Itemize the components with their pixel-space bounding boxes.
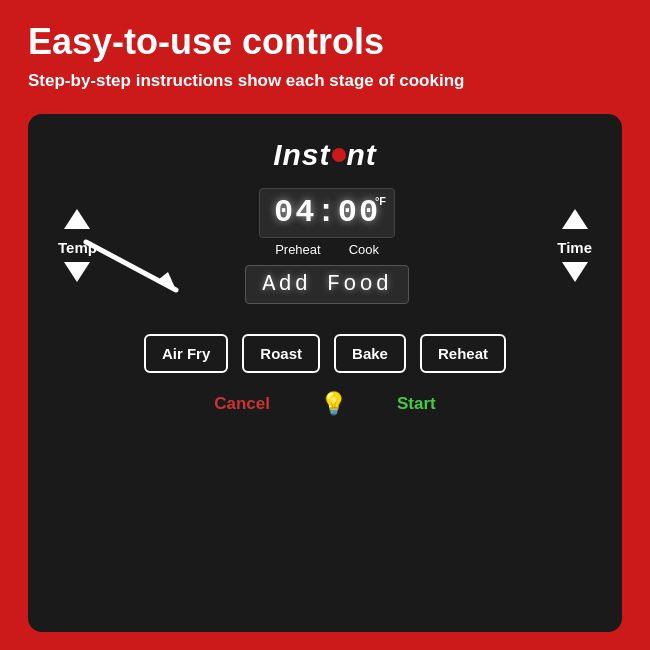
page-title: Easy-to-use controls [28, 22, 622, 62]
temp-unit: °F [375, 195, 386, 207]
start-button[interactable]: Start [397, 394, 436, 414]
temp-section: Temp [58, 209, 97, 282]
cancel-button[interactable]: Cancel [214, 394, 270, 414]
temp-label: Temp [58, 239, 97, 256]
reheat-button[interactable]: Reheat [420, 334, 506, 373]
page-subtitle: Step-by-step instructions show each stag… [28, 70, 622, 92]
bottom-controls: Cancel 💡 Start [214, 391, 435, 417]
control-panel: Instnt Temp 04:00 °F Preheat [28, 114, 622, 632]
page-container: Easy-to-use controls Step-by-step instru… [0, 0, 650, 650]
stage-labels: Preheat Cook [275, 242, 379, 257]
logo-circle [332, 148, 346, 162]
function-buttons-row: Air Fry Roast Bake Reheat [144, 334, 506, 373]
roast-button[interactable]: Roast [242, 334, 320, 373]
air-fry-button[interactable]: Air Fry [144, 334, 228, 373]
time-digits: 04:00 [274, 197, 380, 229]
add-food-display: Add Food [245, 265, 409, 304]
light-icon[interactable]: 💡 [320, 391, 347, 417]
add-food-text: Add Food [262, 272, 392, 297]
temp-down-button[interactable] [64, 262, 90, 282]
bake-button[interactable]: Bake [334, 334, 406, 373]
display-section: 04:00 °F Preheat Cook Add Food [245, 188, 409, 304]
svg-line-0 [86, 242, 176, 290]
preheat-label: Preheat [275, 242, 321, 257]
time-down-button[interactable] [562, 262, 588, 282]
time-display-box: 04:00 °F [259, 188, 395, 238]
cook-label: Cook [349, 242, 379, 257]
instant-logo: Instnt [273, 138, 377, 172]
logo-nt: nt [347, 138, 377, 171]
time-section: Time [557, 209, 592, 282]
time-label: Time [557, 239, 592, 256]
time-up-button[interactable] [562, 209, 588, 229]
logo-inst: Inst [273, 138, 330, 171]
temp-up-button[interactable] [64, 209, 90, 229]
